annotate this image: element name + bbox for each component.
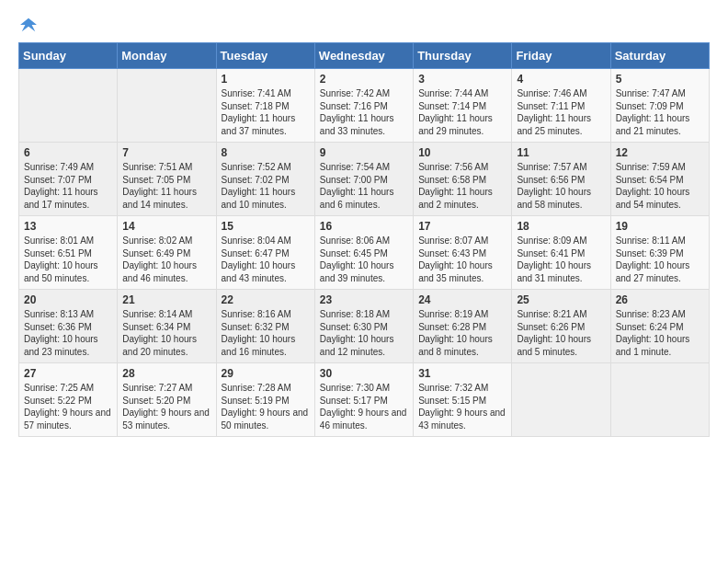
day-number: 21: [122, 293, 210, 306]
day-info: Sunrise: 8:19 AM Sunset: 6:28 PM Dayligh…: [418, 308, 506, 358]
day-info: Sunrise: 8:01 AM Sunset: 6:51 PM Dayligh…: [24, 235, 112, 284]
day-info: Sunrise: 7:54 AM Sunset: 7:00 PM Dayligh…: [320, 161, 408, 211]
calendar-day-cell: 1Sunrise: 7:41 AM Sunset: 7:18 PM Daylig…: [216, 69, 314, 143]
calendar-header-row: SundayMondayTuesdayWednesdayThursdayFrid…: [19, 43, 710, 69]
day-info: Sunrise: 7:25 AM Sunset: 5:22 PM Dayligh…: [24, 382, 112, 431]
calendar-table: SundayMondayTuesdayWednesdayThursdayFrid…: [18, 42, 710, 437]
svg-marker-0: [20, 18, 37, 31]
day-info: Sunrise: 7:49 AM Sunset: 7:07 PM Dayligh…: [24, 161, 112, 211]
day-number: 25: [517, 293, 605, 306]
calendar-day-cell: 22Sunrise: 8:16 AM Sunset: 6:32 PM Dayli…: [216, 290, 314, 363]
calendar-week-row: 27Sunrise: 7:25 AM Sunset: 5:22 PM Dayli…: [19, 363, 710, 437]
calendar-day-cell: 17Sunrise: 8:07 AM Sunset: 6:43 PM Dayli…: [414, 216, 512, 290]
calendar-week-row: 13Sunrise: 8:01 AM Sunset: 6:51 PM Dayli…: [19, 216, 710, 290]
day-number: 10: [418, 146, 506, 159]
day-number: 15: [222, 220, 310, 233]
day-info: Sunrise: 7:28 AM Sunset: 5:19 PM Dayligh…: [222, 382, 310, 431]
day-number: 12: [616, 146, 704, 159]
day-info: Sunrise: 7:32 AM Sunset: 5:15 PM Dayligh…: [418, 382, 506, 431]
calendar-day-header: Saturday: [610, 43, 709, 69]
day-number: 5: [616, 73, 704, 86]
calendar-day-header: Thursday: [414, 43, 512, 69]
calendar-day-cell: 30Sunrise: 7:30 AM Sunset: 5:17 PM Dayli…: [314, 363, 413, 437]
day-info: Sunrise: 8:16 AM Sunset: 6:32 PM Dayligh…: [222, 308, 310, 358]
day-info: Sunrise: 7:56 AM Sunset: 6:58 PM Dayligh…: [418, 161, 506, 211]
day-number: 23: [320, 293, 408, 306]
calendar-week-row: 1Sunrise: 7:41 AM Sunset: 7:18 PM Daylig…: [19, 69, 710, 143]
calendar-day-cell: 24Sunrise: 8:19 AM Sunset: 6:28 PM Dayli…: [414, 290, 512, 363]
calendar-week-row: 20Sunrise: 8:13 AM Sunset: 6:36 PM Dayli…: [19, 290, 710, 363]
calendar-day-cell: 27Sunrise: 7:25 AM Sunset: 5:22 PM Dayli…: [19, 363, 118, 437]
day-info: Sunrise: 7:59 AM Sunset: 6:54 PM Dayligh…: [616, 161, 704, 211]
calendar-day-cell: 5Sunrise: 7:47 AM Sunset: 7:09 PM Daylig…: [610, 69, 709, 143]
day-number: 31: [418, 367, 506, 380]
calendar-day-header: Wednesday: [314, 43, 413, 69]
calendar-day-cell: 15Sunrise: 8:04 AM Sunset: 6:47 PM Dayli…: [216, 216, 314, 290]
day-info: Sunrise: 7:57 AM Sunset: 6:56 PM Dayligh…: [517, 161, 605, 211]
day-number: 17: [418, 220, 506, 233]
header: [18, 15, 710, 33]
day-number: 7: [122, 146, 210, 159]
calendar-day-cell: 18Sunrise: 8:09 AM Sunset: 6:41 PM Dayli…: [512, 216, 610, 290]
calendar-day-cell: 25Sunrise: 8:21 AM Sunset: 6:26 PM Dayli…: [512, 290, 610, 363]
day-number: 13: [24, 220, 112, 233]
day-info: Sunrise: 8:09 AM Sunset: 6:41 PM Dayligh…: [517, 235, 605, 284]
calendar-day-cell: 8Sunrise: 7:52 AM Sunset: 7:02 PM Daylig…: [216, 143, 314, 216]
day-number: 26: [616, 293, 704, 306]
calendar-day-cell: 19Sunrise: 8:11 AM Sunset: 6:39 PM Dayli…: [610, 216, 709, 290]
calendar-day-cell: 3Sunrise: 7:44 AM Sunset: 7:14 PM Daylig…: [414, 69, 512, 143]
day-number: 2: [320, 73, 408, 86]
calendar-day-cell: 31Sunrise: 7:32 AM Sunset: 5:15 PM Dayli…: [414, 363, 512, 437]
calendar-day-cell: [610, 363, 709, 437]
calendar-day-cell: 12Sunrise: 7:59 AM Sunset: 6:54 PM Dayli…: [610, 143, 709, 216]
calendar-day-cell: 14Sunrise: 8:02 AM Sunset: 6:49 PM Dayli…: [118, 216, 216, 290]
day-number: 22: [222, 293, 310, 306]
day-info: Sunrise: 8:18 AM Sunset: 6:30 PM Dayligh…: [320, 308, 408, 358]
day-number: 14: [122, 220, 210, 233]
day-number: 11: [517, 146, 605, 159]
day-number: 30: [320, 367, 408, 380]
day-number: 3: [418, 73, 506, 86]
calendar-day-cell: 10Sunrise: 7:56 AM Sunset: 6:58 PM Dayli…: [414, 143, 512, 216]
day-number: 27: [24, 367, 112, 380]
day-number: 9: [320, 146, 408, 159]
calendar-day-cell: 20Sunrise: 8:13 AM Sunset: 6:36 PM Dayli…: [19, 290, 118, 363]
calendar-day-cell: 6Sunrise: 7:49 AM Sunset: 7:07 PM Daylig…: [19, 143, 118, 216]
day-number: 20: [24, 293, 112, 306]
day-info: Sunrise: 7:27 AM Sunset: 5:20 PM Dayligh…: [122, 382, 210, 431]
calendar-day-cell: 11Sunrise: 7:57 AM Sunset: 6:56 PM Dayli…: [512, 143, 610, 216]
day-info: Sunrise: 8:11 AM Sunset: 6:39 PM Dayligh…: [616, 235, 704, 284]
calendar-day-cell: 29Sunrise: 7:28 AM Sunset: 5:19 PM Dayli…: [216, 363, 314, 437]
day-info: Sunrise: 8:21 AM Sunset: 6:26 PM Dayligh…: [517, 308, 605, 358]
day-number: 4: [517, 73, 605, 86]
page: SundayMondayTuesdayWednesdayThursdayFrid…: [0, 0, 728, 452]
day-info: Sunrise: 8:23 AM Sunset: 6:24 PM Dayligh…: [616, 308, 704, 358]
day-info: Sunrise: 7:51 AM Sunset: 7:05 PM Dayligh…: [122, 161, 210, 211]
day-info: Sunrise: 7:52 AM Sunset: 7:02 PM Dayligh…: [222, 161, 310, 211]
day-number: 16: [320, 220, 408, 233]
calendar-day-cell: 13Sunrise: 8:01 AM Sunset: 6:51 PM Dayli…: [19, 216, 118, 290]
calendar-day-cell: 9Sunrise: 7:54 AM Sunset: 7:00 PM Daylig…: [314, 143, 413, 216]
calendar-day-cell: 23Sunrise: 8:18 AM Sunset: 6:30 PM Dayli…: [314, 290, 413, 363]
day-info: Sunrise: 7:41 AM Sunset: 7:18 PM Dayligh…: [222, 87, 310, 137]
day-number: 24: [418, 293, 506, 306]
calendar-day-cell: 28Sunrise: 7:27 AM Sunset: 5:20 PM Dayli…: [118, 363, 216, 437]
calendar-day-cell: 2Sunrise: 7:42 AM Sunset: 7:16 PM Daylig…: [314, 69, 413, 143]
logo: [18, 18, 37, 33]
day-info: Sunrise: 8:13 AM Sunset: 6:36 PM Dayligh…: [24, 308, 112, 358]
calendar-day-header: Friday: [512, 43, 610, 69]
day-number: 19: [616, 220, 704, 233]
day-number: 1: [222, 73, 310, 86]
day-info: Sunrise: 7:30 AM Sunset: 5:17 PM Dayligh…: [320, 382, 408, 431]
day-info: Sunrise: 8:06 AM Sunset: 6:45 PM Dayligh…: [320, 235, 408, 284]
day-info: Sunrise: 8:07 AM Sunset: 6:43 PM Dayligh…: [418, 235, 506, 284]
day-info: Sunrise: 8:04 AM Sunset: 6:47 PM Dayligh…: [222, 235, 310, 284]
day-number: 29: [222, 367, 310, 380]
calendar-day-cell: 16Sunrise: 8:06 AM Sunset: 6:45 PM Dayli…: [314, 216, 413, 290]
calendar-week-row: 6Sunrise: 7:49 AM Sunset: 7:07 PM Daylig…: [19, 143, 710, 216]
calendar-day-cell: 4Sunrise: 7:46 AM Sunset: 7:11 PM Daylig…: [512, 69, 610, 143]
day-info: Sunrise: 8:02 AM Sunset: 6:49 PM Dayligh…: [122, 235, 210, 284]
day-info: Sunrise: 7:42 AM Sunset: 7:16 PM Dayligh…: [320, 87, 408, 137]
calendar-day-cell: [118, 69, 216, 143]
day-number: 28: [122, 367, 210, 380]
